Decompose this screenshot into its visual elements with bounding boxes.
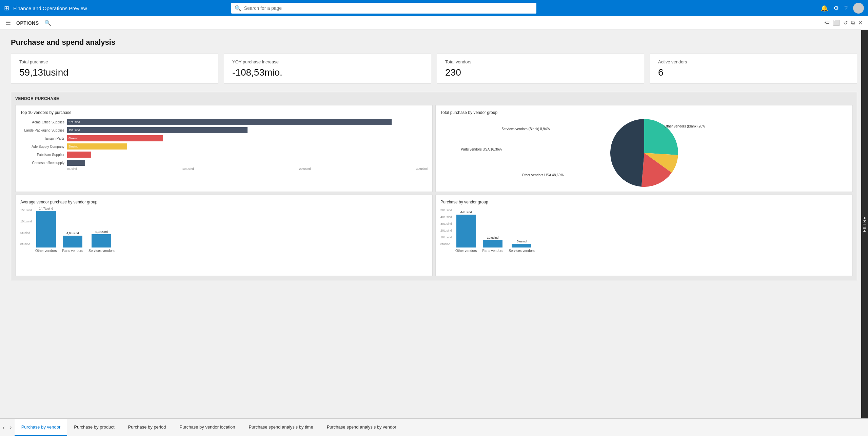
pie-legend-label: Other vendors USA 48,69% [522,173,564,177]
tab-bar: ‹ › Purchase by vendorPurchase by produc… [0,418,868,436]
purchase-by-group-chart[interactable]: Purchase by vendor group 50tusind40tusin… [435,195,853,276]
tab-purchase-by-vendor[interactable]: Purchase by vendor [15,419,67,436]
avg-bar-group: 5,3tusind Services vendors [88,230,115,253]
kpi-yoy-label: YOY purchase increase [232,59,423,64]
bar-row: Tailspin Parts 8tusind [20,135,428,141]
pie-container: Other vendors (Blank) 26%Services vendor… [440,119,848,187]
top-navigation: ⊞ Finance and Operations Preview 🔍 🔔 ⚙ ? [0,0,868,16]
pg-bar-group: 44tusind Other vendors [455,211,477,253]
bar-label: Ade Supply Company [20,145,64,148]
window-icon[interactable]: ⬜ [833,20,840,26]
search-bar[interactable]: 🔍 [231,3,536,14]
purchase-group-bars: 50tusind40tusind30tusind20tusind10tusind… [440,209,848,253]
kpi-row: Total purchase 59,13tusind YOY purchase … [11,54,857,84]
avg-bar-wrap: 14,7tusind [36,207,56,247]
bar-track: 15tusind [67,127,428,133]
avg-y-axis: 15tusind10tusind5tusind0tusind [20,209,32,253]
pg-bar-fill [512,244,531,247]
avg-bar-value: 14,7tusind [36,207,56,210]
bar-track: 5tusind [67,143,428,150]
main-content: Purchase and spend analysis Total purcha… [0,30,868,418]
y-label: 40tusind [440,215,452,219]
secondary-search-icon[interactable]: 🔍 [44,20,51,26]
pg-bar-label: Services vendors [509,249,535,253]
close-icon[interactable]: ✕ [858,20,863,26]
refresh-icon[interactable]: ↺ [843,20,848,26]
settings-icon[interactable]: ⚙ [833,4,839,12]
tab-next-button[interactable]: › [7,419,14,436]
kpi-active-vendors-value: 6 [658,67,849,78]
top10-vendors-chart[interactable]: Top 10 vendors by purchase Acme Office S… [15,105,433,192]
bar-fill: 5tusind [67,143,127,150]
filter-label: FILTRE [862,216,867,232]
secondary-navigation: ☰ OPTIONS 🔍 🏷 ⬜ ↺ ⧉ ✕ [0,16,868,30]
tab-purchase-by-product[interactable]: Purchase by product [67,419,121,436]
bar-label: Tailspin Parts [20,137,64,140]
pg-bar-wrap: 5tusind [512,240,531,247]
pg-y-axis: 50tusind40tusind30tusind20tusind10tusind… [440,209,452,253]
search-icon: 🔍 [235,5,241,12]
pg-bar-label: Parts vendors [482,249,503,253]
notification-icon[interactable]: 🔔 [821,4,828,12]
filter-panel[interactable]: FILTRE [861,30,868,418]
y-label: 20tusind [440,229,452,232]
bar-row: Ade Supply Company 5tusind [20,143,428,150]
avg-bar-fill [36,211,56,247]
avg-bar-fill [63,236,82,247]
bar-label: Acme Office Supplies [20,120,64,124]
hamburger-icon[interactable]: ☰ [5,19,11,27]
tag-icon[interactable]: 🏷 [824,20,830,26]
y-label: 15tusind [20,209,32,212]
app-title: Finance and Operations Preview [13,5,87,11]
pg-bar-value: 10tusind [483,236,502,239]
y-label: 10tusind [20,220,32,223]
grid-icon[interactable]: ⊞ [4,4,9,12]
help-icon[interactable]: ? [844,5,848,12]
kpi-yoy-value: -108,53mio. [232,67,423,78]
secondary-nav-right: 🏷 ⬜ ↺ ⧉ ✕ [824,20,863,26]
pg-bar-group: 10tusind Parts vendors [482,236,503,253]
expand-icon[interactable]: ⧉ [851,20,855,26]
kpi-total-vendors: Total vendors 230 [437,54,644,84]
kpi-active-vendors: Active vendors 6 [650,54,857,84]
bar-track: 8tusind [67,135,428,141]
tab-purchase-by-period[interactable]: Purchase by period [121,419,173,436]
bar-row: Contoso office supply [20,160,428,166]
tab-purchase-by-vendor-location[interactable]: Purchase by vendor location [173,419,242,436]
bar-label: Fabrikam Supplier [20,153,64,157]
tab-purchase-spend-analysis-by-vendor[interactable]: Purchase spend analysis by vendor [320,419,403,436]
vendor-purchase-section: VENDOR PURCHASE Top 10 vendors by purcha… [11,92,857,280]
pg-bar-fill [483,240,502,247]
tab-prev-button[interactable]: ‹ [0,419,7,436]
axis-label: 0tusind [67,167,77,171]
y-label: 50tusind [440,209,452,212]
avg-bar-label: Parts vendors [62,249,83,253]
avg-vendor-chart[interactable]: Average vendor purchase by vendor group … [15,195,433,276]
y-label: 0tusind [440,242,452,246]
tab-purchase-spend-analysis-by-time[interactable]: Purchase spend analysis by time [242,419,320,436]
y-label: 30tusind [440,222,452,225]
kpi-total-purchase-label: Total purchase [19,59,210,64]
pie-chart-panel[interactable]: Total purchase by vendor group Other ven… [435,105,853,192]
bar-track: 27tusind [67,119,428,125]
pie-segment [644,119,678,155]
search-input[interactable] [244,5,533,11]
avg-bar-fill [92,234,111,247]
options-label: OPTIONS [16,20,39,26]
bar-label: Contoso office supply [20,161,64,165]
tab-items: Purchase by vendorPurchase by productPur… [15,419,403,436]
avg-vendor-bars: 15tusind10tusind5tusind0tusind 14,7tusin… [20,209,428,253]
pie-legend-label: Services vendors (Blank) 8,94% [501,127,550,131]
avg-bar-group: 4,8tusind Parts vendors [62,232,83,253]
pie-chart-title: Total purchase by vendor group [440,110,848,115]
bar-track [67,160,428,166]
bar-axis: 0tusind10tusind20tusind30tusind [20,167,428,171]
avg-bar-wrap: 4,8tusind [63,232,82,247]
avatar[interactable] [853,3,864,14]
y-label: 10tusind [440,236,452,239]
bar-label: Lande Packaging Supplies [20,128,64,132]
avg-bar-value: 4,8tusind [63,232,82,235]
pie-segment [610,119,644,187]
kpi-active-vendors-label: Active vendors [658,59,849,64]
bar-fill [67,152,91,158]
